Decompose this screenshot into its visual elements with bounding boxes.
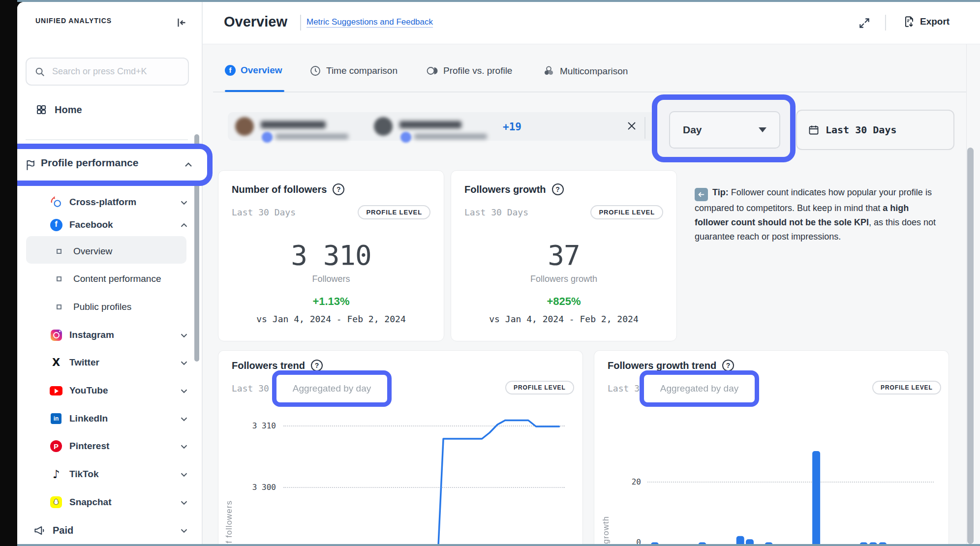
- sidebar-item-home[interactable]: Home: [34, 102, 182, 118]
- kpi-versus: vs Jan 4, 2024 - Feb 2, 2024: [218, 314, 444, 324]
- tab-profile-vs-profile[interactable]: Profile vs. profile: [426, 65, 512, 77]
- metric-suggestions-link[interactable]: Metric Suggestions and Feedback: [306, 17, 433, 27]
- collapse-sidebar-icon[interactable]: [173, 16, 187, 30]
- sidebar-item-snapchat[interactable]: Snapchat: [49, 494, 197, 510]
- linkedin-icon: [49, 413, 63, 424]
- help-icon[interactable]: [552, 183, 564, 195]
- kpi-period: Last 30 Days: [464, 207, 528, 217]
- sidebar-item-paid[interactable]: Paid: [32, 522, 197, 538]
- chevron-down-icon: [179, 525, 189, 536]
- page-title: Overview: [224, 14, 287, 30]
- sidebar-item-facebook-overview[interactable]: Overview: [56, 243, 193, 259]
- export-label: Export: [920, 16, 949, 27]
- tab-multicomparison[interactable]: Multicomparison: [543, 65, 628, 77]
- sidebar-item-label: Instagram: [69, 330, 114, 340]
- expand-icon[interactable]: [858, 17, 871, 30]
- sidebar-item-tiktok[interactable]: TikTok: [49, 466, 197, 482]
- export-button[interactable]: Export: [903, 15, 949, 28]
- kpi-delta: +825%: [451, 295, 676, 308]
- snapchat-icon: [49, 496, 63, 508]
- sidebar-item-label: Home: [55, 104, 82, 116]
- sidebar-item-instagram[interactable]: Instagram: [49, 327, 197, 343]
- tab-label: Time comparison: [326, 65, 398, 76]
- date-range-selector[interactable]: Last 30 Days: [796, 110, 954, 150]
- sidebar-item-label: Snapchat: [69, 497, 112, 508]
- kpi-title: Number of followers: [232, 184, 327, 195]
- network-badge: [262, 132, 273, 143]
- flag-icon: [25, 159, 37, 172]
- blurred-profile-name: [261, 121, 326, 128]
- filter-separator: [644, 117, 645, 139]
- kpi-versus: vs Jan 4, 2024 - Feb 2, 2024: [451, 314, 676, 324]
- clock-icon: [309, 65, 321, 77]
- sidebar-item-label: Paid: [53, 525, 73, 536]
- avatar: [235, 117, 254, 136]
- caret-down-icon: [759, 127, 766, 132]
- window-bottom-edge: [17, 544, 980, 546]
- aggregation-selector[interactable]: Aggregated by day: [660, 383, 739, 394]
- blurred-profile-subtitle: [414, 134, 487, 139]
- tab-time-comparison[interactable]: Time comparison: [309, 65, 398, 77]
- sidebar-divider: [26, 139, 188, 140]
- sidebar-item-label: Public profiles: [73, 302, 131, 312]
- help-icon[interactable]: [333, 183, 344, 195]
- sidebar-item-pinterest[interactable]: Pinterest: [49, 438, 197, 454]
- sidebar-item-facebook[interactable]: Facebook: [49, 217, 197, 233]
- tab-overview[interactable]: Overview: [225, 65, 282, 76]
- screenshot-stage: UNIFIED ANALYTICS Home Profile p: [0, 0, 980, 546]
- sidebar-item-twitter[interactable]: X Twitter: [49, 355, 197, 370]
- bullet-icon: [57, 304, 61, 309]
- chevron-down-icon: [179, 497, 189, 508]
- facebook-icon: [49, 219, 63, 231]
- home-grid-icon: [34, 104, 48, 116]
- sidebar-item-label: Overview: [73, 246, 112, 257]
- chevron-up-icon: [183, 159, 194, 171]
- twitter-x-icon: X: [49, 357, 63, 368]
- sidebar-item-public-profiles[interactable]: Public profiles: [56, 299, 193, 315]
- bullet-icon: [57, 276, 61, 281]
- left-arrow-icon: [695, 188, 708, 201]
- granularity-dropdown[interactable]: Day: [669, 111, 780, 149]
- search-input[interactable]: [51, 66, 176, 77]
- avatar: [374, 117, 393, 136]
- youtube-icon: [49, 386, 63, 395]
- aggregation-selector[interactable]: Aggregated by day: [293, 383, 371, 394]
- pinterest-icon: [49, 440, 63, 452]
- kpi-card-number-of-followers: Number of followers Last 30 Days PROFILE…: [218, 170, 444, 341]
- profile-level-badge: PROFILE LEVEL: [590, 205, 663, 219]
- kpi-period: Last 30 Days: [232, 207, 296, 217]
- kpi-value: 37: [451, 239, 676, 271]
- sidebar-item-profile-performance[interactable]: Profile performance: [41, 157, 138, 169]
- chevron-down-icon: [179, 330, 189, 341]
- kpi-delta: +1.13%: [218, 295, 444, 308]
- annotation-highlight-aggregated-by-day-right: Aggregated by day: [640, 370, 759, 407]
- kpi-title: Followers growth: [464, 184, 546, 195]
- main-scrollbar[interactable]: [967, 148, 974, 544]
- profile-level-badge: PROFILE LEVEL: [358, 205, 430, 219]
- megaphone-icon: [32, 524, 46, 537]
- kpi-value: 3 310: [218, 239, 444, 271]
- tiktok-icon: [49, 468, 63, 481]
- sidebar-item-cross-platform[interactable]: Cross-platform: [49, 194, 197, 210]
- tab-label: Overview: [241, 65, 282, 76]
- chevron-down-icon: [179, 197, 189, 208]
- more-profiles-count[interactable]: +19: [503, 121, 521, 133]
- sidebar-item-label: Pinterest: [69, 441, 109, 452]
- cross-platform-icon: [49, 196, 63, 209]
- kpi-value-label: Followers growth: [451, 274, 676, 284]
- sidebar-item-label: Content performance: [73, 273, 161, 284]
- network-badge: [400, 132, 411, 143]
- sidebar-item-content-performance[interactable]: Content performance: [56, 271, 193, 287]
- bullet-icon: [57, 249, 61, 254]
- app-window: UNIFIED ANALYTICS Home Profile p: [17, 2, 980, 544]
- sidebar-item-linkedin[interactable]: LinkedIn: [49, 411, 197, 426]
- facebook-icon: [225, 65, 236, 76]
- chevron-down-icon: [179, 386, 189, 396]
- tip-text: Tip: Follower count indicates how popula…: [695, 185, 941, 244]
- chevron-down-icon: [179, 358, 189, 368]
- sidebar-item-youtube[interactable]: YouTube: [49, 383, 197, 398]
- profile-vs-profile-icon: [426, 65, 438, 77]
- tabs-divider: [213, 91, 966, 92]
- close-icon[interactable]: [626, 120, 638, 132]
- calendar-icon: [808, 124, 820, 136]
